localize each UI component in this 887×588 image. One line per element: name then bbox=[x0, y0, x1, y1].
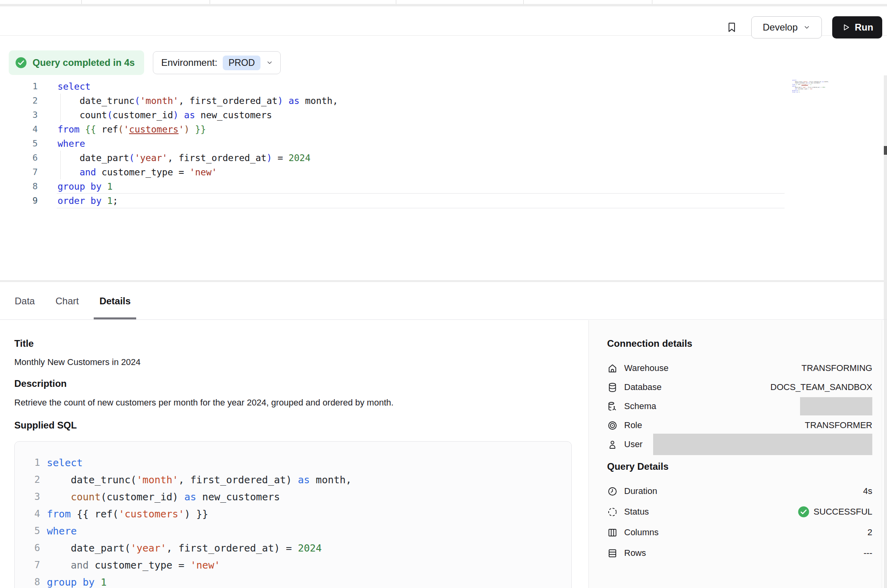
detail-label: Duration bbox=[624, 486, 657, 496]
line-number: 8 bbox=[15, 574, 40, 588]
detail-value: TRANSFORMER bbox=[805, 420, 872, 430]
chevron-down-icon bbox=[803, 24, 810, 31]
line-number: 5 bbox=[15, 523, 40, 540]
bookmark-icon[interactable] bbox=[726, 21, 739, 35]
line-content: order by 1; bbox=[58, 194, 118, 208]
detail-value: SUCCESSFUL bbox=[814, 507, 872, 517]
line-number: 6 bbox=[0, 151, 38, 165]
duration-row: Duration4s bbox=[607, 481, 872, 502]
detail-value: 4s bbox=[863, 486, 872, 496]
detail-value: 2 bbox=[868, 527, 872, 538]
line-content: count(customer_id) as new_customers bbox=[58, 108, 272, 122]
code-line: 8group by 1 bbox=[15, 574, 571, 588]
detail-value: DOCS_TEAM_SANDBOX bbox=[770, 382, 872, 392]
environment-dropdown[interactable]: Environment: PROD bbox=[153, 51, 281, 74]
browser-tab-strip bbox=[0, 0, 887, 4]
supplied-sql-heading: Supplied SQL bbox=[14, 420, 77, 431]
columns-row: Columns2 bbox=[607, 522, 872, 543]
environment-value-pill: PROD bbox=[223, 56, 260, 70]
sql-editor[interactable]: 1select2 date_trunc('month', first_order… bbox=[0, 79, 882, 208]
detail-label: Rows bbox=[624, 548, 646, 558]
run-button[interactable]: Run bbox=[832, 16, 882, 38]
role-icon bbox=[607, 420, 618, 431]
line-number: 2 bbox=[0, 94, 38, 108]
line-content: count(customer_id) as new_customers bbox=[47, 488, 280, 505]
detail-label: Database bbox=[624, 382, 661, 392]
develop-label: Develop bbox=[763, 22, 798, 33]
results-tabbar: DataChartDetails bbox=[14, 282, 887, 320]
code-line: 2 date_trunc('month', first_ordered_at) … bbox=[15, 471, 571, 488]
status-row: StatusSUCCESSFUL bbox=[607, 502, 872, 522]
tab-details[interactable]: Details bbox=[99, 282, 131, 320]
line-number: 7 bbox=[15, 557, 40, 574]
editor-minimap[interactable]: select date_trunc('month', first_ordered… bbox=[792, 80, 834, 96]
title-heading: Title bbox=[14, 338, 34, 349]
user-icon bbox=[607, 439, 618, 450]
tab-divider bbox=[652, 0, 652, 4]
redacted-value bbox=[653, 434, 872, 455]
check-circle-icon bbox=[15, 57, 27, 69]
line-content: date_part('year', first_ordered_at) = 20… bbox=[47, 540, 322, 557]
code-line: 1select bbox=[0, 79, 882, 94]
code-line: 7 and customer_type = 'new' bbox=[0, 165, 882, 179]
warehouse-row: WarehouseTRANSFORMING bbox=[607, 359, 872, 378]
scrollbar-thumb[interactable] bbox=[884, 146, 887, 155]
warehouse-icon bbox=[607, 363, 618, 374]
line-content: select bbox=[58, 79, 91, 94]
line-content: from {{ ref('customers') }} bbox=[58, 122, 206, 136]
line-content: group by 1 bbox=[47, 574, 107, 588]
line-number: 7 bbox=[0, 165, 38, 179]
line-content: and customer_type = 'new' bbox=[58, 165, 217, 179]
query-status-text: Query completed in 4s bbox=[33, 57, 135, 68]
query-detail-rows: Duration4sStatusSUCCESSFULColumns2Rows--… bbox=[607, 481, 872, 563]
code-line: 6 date_part('year', first_ordered_at) = … bbox=[0, 151, 882, 165]
schema-row: Schema bbox=[607, 397, 872, 416]
tab-data[interactable]: Data bbox=[14, 282, 35, 320]
tab-chart[interactable]: Chart bbox=[55, 282, 79, 320]
chevron-down-icon bbox=[266, 59, 273, 66]
rows-icon bbox=[607, 548, 618, 559]
detail-value: TRANSFORMING bbox=[802, 363, 872, 373]
detail-label: Schema bbox=[624, 401, 656, 411]
code-line: 1select bbox=[15, 454, 571, 471]
details-side-panel: Connection details WarehouseTRANSFORMING… bbox=[588, 320, 882, 588]
tab-divider bbox=[210, 0, 210, 4]
connection-details-heading: Connection details bbox=[607, 338, 692, 349]
database-icon bbox=[607, 382, 618, 393]
line-number: 1 bbox=[15, 454, 40, 471]
tab-divider bbox=[81, 0, 82, 4]
line-number: 6 bbox=[15, 540, 40, 557]
redacted-value bbox=[800, 397, 872, 415]
query-details-heading: Query Details bbox=[607, 461, 669, 472]
code-line: 4from {{ ref('customers') }} bbox=[0, 122, 882, 136]
clock-icon bbox=[607, 486, 618, 497]
line-number: 3 bbox=[0, 108, 38, 122]
line-number: 9 bbox=[0, 194, 38, 208]
schema-icon bbox=[607, 401, 618, 412]
code-line: 3 count(customer_id) as new_customers bbox=[0, 108, 882, 122]
code-line: 7 and customer_type = 'new' bbox=[15, 557, 571, 574]
line-content: select bbox=[47, 454, 83, 471]
scrollbar-track[interactable] bbox=[884, 75, 887, 588]
detail-value: --- bbox=[864, 548, 872, 558]
develop-dropdown-button[interactable]: Develop bbox=[751, 16, 822, 38]
detail-label: Status bbox=[624, 507, 649, 517]
line-number: 1 bbox=[0, 79, 38, 94]
detail-label: Columns bbox=[624, 527, 659, 538]
database-row: DatabaseDOCS_TEAM_SANDBOX bbox=[607, 378, 872, 397]
line-number: 8 bbox=[0, 179, 38, 194]
code-line: 5where bbox=[0, 136, 882, 151]
status-success-badge: SUCCESSFUL bbox=[798, 506, 872, 518]
line-content: date_trunc('month', first_ordered_at) as… bbox=[58, 94, 338, 108]
tab-divider bbox=[396, 0, 396, 4]
line-content: date_part('year', first_ordered_at) = 20… bbox=[58, 151, 310, 165]
line-number: 2 bbox=[15, 471, 40, 488]
line-content: where bbox=[47, 523, 77, 540]
line-content: date_trunc('month', first_ordered_at) as… bbox=[47, 471, 352, 488]
play-icon bbox=[841, 23, 851, 32]
line-number: 4 bbox=[0, 122, 38, 136]
description-value: Retrieve the count of new customers per … bbox=[14, 398, 393, 408]
query-status-badge: Query completed in 4s bbox=[9, 50, 144, 75]
code-line: 2 date_trunc('month', first_ordered_at) … bbox=[0, 94, 882, 108]
columns-icon bbox=[607, 527, 618, 538]
